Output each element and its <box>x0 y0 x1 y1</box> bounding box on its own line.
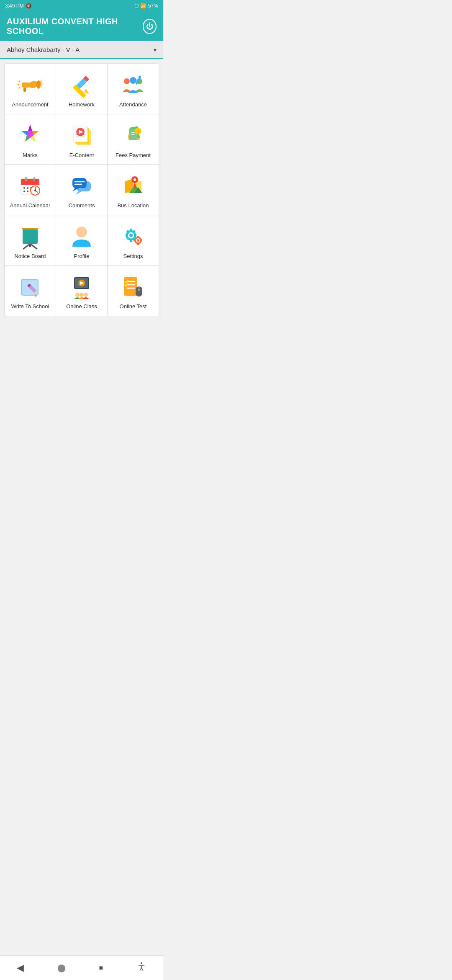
econtent-icon <box>68 122 95 149</box>
comments-icon <box>68 172 95 199</box>
grid-item-fees-payment[interactable]: $ Fees Payment <box>108 114 159 165</box>
svg-rect-77 <box>134 234 136 237</box>
svg-point-11 <box>124 78 130 84</box>
signal-icon: 📶 <box>140 3 146 9</box>
svg-point-43 <box>27 187 28 189</box>
marks-label: Marks <box>23 152 37 159</box>
grid-item-marks[interactable]: Marks <box>5 114 56 165</box>
write-to-school-label: Write To School <box>11 303 49 310</box>
time: 3:49 PM <box>5 3 24 9</box>
svg-point-97 <box>75 293 80 297</box>
fees-payment-icon: $ <box>120 122 146 149</box>
profile-icon <box>68 223 95 250</box>
svg-point-15 <box>139 76 141 78</box>
menu-grid: Announcement Homework <box>4 63 159 316</box>
svg-rect-75 <box>130 240 132 242</box>
settings-label: Settings <box>123 253 143 260</box>
status-right: ⬡ 📶 57% <box>134 3 158 9</box>
svg-point-65 <box>134 178 136 181</box>
battery: 57% <box>148 3 158 9</box>
svg-point-53 <box>34 190 36 191</box>
annual-calendar-label: Annual Calendar <box>10 202 51 209</box>
svg-point-83 <box>137 239 139 242</box>
homework-icon <box>68 71 95 98</box>
notice-board-icon <box>17 223 44 250</box>
svg-rect-84 <box>137 236 139 237</box>
grid-item-online-test[interactable]: Online Test <box>108 266 159 316</box>
attendance-label: Attendance <box>119 101 147 108</box>
grid-item-notice-board[interactable]: Notice Board <box>5 215 56 266</box>
svg-point-73 <box>129 234 133 237</box>
svg-marker-22 <box>28 125 32 131</box>
svg-rect-56 <box>72 178 87 188</box>
menu-grid-container: Announcement Homework <box>4 63 159 316</box>
grid-item-annual-calendar[interactable]: Annual Calendar <box>5 165 56 215</box>
grid-item-settings[interactable]: Settings <box>108 215 159 266</box>
svg-rect-39 <box>21 182 39 185</box>
grid-item-profile[interactable]: Profile <box>56 215 108 266</box>
online-class-label: Online Class <box>66 303 97 310</box>
svg-rect-3 <box>23 88 26 92</box>
svg-rect-74 <box>130 229 132 231</box>
app-header: AUXILIUM CONVENT HIGH SCHOOL ⏻ <box>0 12 163 41</box>
power-icon: ⏻ <box>146 23 154 30</box>
grid-item-attendance[interactable]: Attendance <box>108 64 159 114</box>
svg-text:$: $ <box>137 129 139 134</box>
attendance-icon <box>120 71 146 98</box>
grid-item-bus-location[interactable]: Bus Location <box>108 165 159 215</box>
svg-point-42 <box>23 187 25 189</box>
online-test-icon <box>120 273 146 300</box>
svg-rect-69 <box>23 230 38 244</box>
svg-line-6 <box>19 87 20 88</box>
announcement-label: Announcement <box>12 101 48 108</box>
homework-label: Homework <box>69 101 95 108</box>
svg-rect-40 <box>25 177 27 181</box>
bus-location-label: Bus Location <box>117 202 149 209</box>
grid-item-write-to-school[interactable]: Write To School <box>5 266 56 316</box>
svg-line-66 <box>23 244 30 249</box>
grid-item-announcement[interactable]: Announcement <box>5 64 56 114</box>
user-selector[interactable]: Abhoy Chakrabarty - V - A ▾ <box>0 41 163 59</box>
bus-location-icon <box>120 172 146 199</box>
write-to-school-icon <box>17 273 44 300</box>
notice-board-label: Notice Board <box>14 253 46 260</box>
grid-item-comments[interactable]: Comments <box>56 165 108 215</box>
user-name: Abhoy Chakrabarty - V - A <box>7 46 80 53</box>
grid-item-online-class[interactable]: Online Class <box>56 266 108 316</box>
annual-calendar-icon <box>17 172 44 199</box>
announcement-icon <box>17 71 44 98</box>
svg-rect-41 <box>33 177 35 181</box>
svg-line-67 <box>30 244 37 249</box>
svg-rect-70 <box>29 244 31 247</box>
svg-point-48 <box>27 191 28 192</box>
settings-icon <box>120 223 146 250</box>
svg-point-98 <box>80 293 84 297</box>
app-title: AUXILIUM CONVENT HIGH SCHOOL <box>7 17 143 36</box>
mute-icon: 🔇 <box>26 3 32 9</box>
fees-payment-label: Fees Payment <box>116 152 151 159</box>
marks-icon <box>17 122 44 149</box>
power-button[interactable]: ⏻ <box>143 19 157 34</box>
svg-marker-55 <box>76 191 82 195</box>
svg-rect-86 <box>134 239 135 241</box>
profile-label: Profile <box>74 253 90 260</box>
grid-item-econtent[interactable]: E-Content <box>56 114 108 165</box>
chevron-down-icon: ▾ <box>154 46 157 53</box>
bluetooth-icon: ⬡ <box>134 3 139 9</box>
econtent-label: E-Content <box>69 152 94 159</box>
svg-rect-76 <box>126 234 128 237</box>
comments-label: Comments <box>69 202 95 209</box>
svg-point-13 <box>130 77 136 84</box>
online-class-icon <box>68 273 95 300</box>
online-test-label: Online Test <box>120 303 147 310</box>
svg-point-106 <box>138 289 140 291</box>
status-left: 3:49 PM 🔇 <box>5 3 32 9</box>
svg-rect-68 <box>22 228 39 230</box>
svg-line-4 <box>19 81 20 82</box>
svg-rect-1 <box>22 83 30 88</box>
svg-point-71 <box>76 227 87 237</box>
svg-rect-87 <box>140 239 142 241</box>
svg-point-99 <box>84 293 88 297</box>
grid-item-homework[interactable]: Homework <box>56 64 108 114</box>
status-bar: 3:49 PM 🔇 ⬡ 📶 57% <box>0 0 163 12</box>
